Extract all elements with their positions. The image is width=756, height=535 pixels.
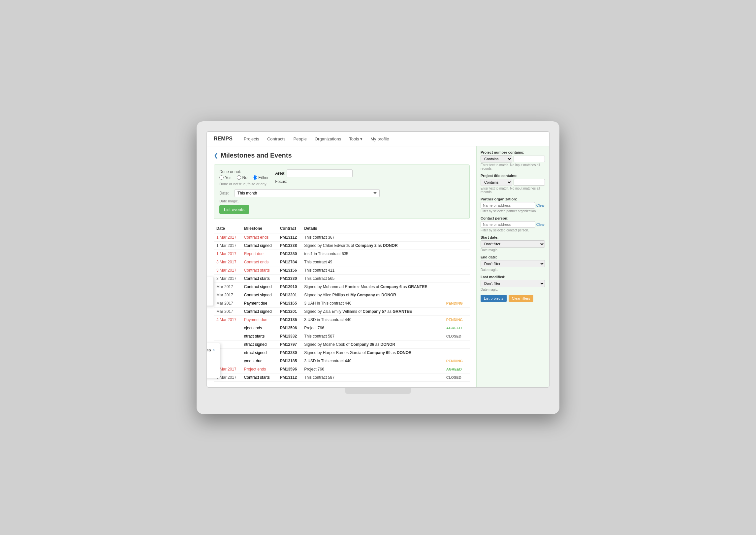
cell-contract[interactable]: PM12784: [277, 258, 301, 266]
list-projects-button[interactable]: List projects: [481, 295, 507, 302]
cell-contract[interactable]: PM12910: [277, 282, 301, 291]
contract-link[interactable]: PM13338: [280, 243, 297, 248]
contract-link[interactable]: PM13112: [280, 375, 297, 380]
cell-contract[interactable]: PM13201: [277, 307, 301, 315]
list-events-button[interactable]: List events: [219, 205, 249, 214]
list-item[interactable]: Organizations: [206, 361, 215, 366]
area-input[interactable]: [287, 169, 353, 177]
cell-status: [442, 282, 470, 291]
nav-projects[interactable]: Projects: [244, 135, 259, 143]
cell-contract[interactable]: PM13165: [277, 299, 301, 307]
list-item[interactable]: Draft projects: [206, 295, 209, 300]
partner-org-input[interactable]: [481, 202, 535, 209]
radio-yes-input[interactable]: [219, 175, 224, 180]
nav-contracts[interactable]: Contracts: [267, 135, 286, 143]
milestone-link[interactable]: Contract starts: [244, 268, 270, 273]
project-number-input[interactable]: [514, 156, 545, 162]
cell-contract[interactable]: PM13112: [277, 233, 301, 242]
list-item[interactable]: My Company: [206, 368, 215, 372]
project-number-select[interactable]: Contains: [481, 155, 512, 163]
project-number-note: Enter text to match. No input matches al…: [481, 163, 545, 170]
status-badge: PENDING: [444, 317, 465, 322]
date-select[interactable]: This month: [235, 189, 380, 197]
start-date-select[interactable]: Don't filter: [481, 240, 545, 248]
contract-link[interactable]: PM13330: [280, 276, 297, 281]
last-modified-label: Last modified:: [481, 275, 545, 279]
milestone-link[interactable]: Report due: [244, 252, 264, 256]
end-date-select[interactable]: Don't filter: [481, 260, 545, 267]
brand-logo: REMPS: [214, 136, 233, 142]
cell-contract[interactable]: PM13185: [277, 315, 301, 324]
cell-contract[interactable]: PM13596: [277, 324, 301, 332]
milestone-link[interactable]: Contract ends: [244, 235, 269, 240]
contract-link[interactable]: PM13201: [280, 293, 297, 297]
cell-status: PENDING: [442, 357, 470, 365]
contract-link[interactable]: PM13332: [280, 334, 297, 339]
contract-link[interactable]: PM12797: [280, 342, 297, 347]
cell-milestone[interactable]: Report due: [241, 250, 277, 258]
table-row: ntract startsPM13332This contract 587CLO…: [214, 332, 470, 340]
nav-people[interactable]: People: [294, 135, 307, 143]
end-date-label: End date:: [481, 255, 545, 259]
contract-link[interactable]: PM13380: [280, 252, 297, 256]
radio-either-input[interactable]: [253, 175, 257, 180]
cell-status: [442, 348, 470, 357]
milestone-link[interactable]: Payment due: [244, 317, 268, 322]
nav-tools[interactable]: Tools ▾: [349, 135, 362, 143]
contract-link[interactable]: PM13280: [280, 350, 297, 355]
contact-person-clear-button[interactable]: Clear: [536, 223, 545, 226]
cell-milestone[interactable]: Contract ends: [241, 233, 277, 242]
project-title-input[interactable]: [514, 179, 545, 186]
table-row: 3 Mar 2017Contract endsPM12784This contr…: [214, 258, 470, 266]
list-item[interactable]: People: [206, 355, 215, 360]
cell-contract[interactable]: PM13185: [277, 357, 301, 365]
contract-link[interactable]: PM13185: [280, 317, 297, 322]
last-modified-select[interactable]: Don't filter: [481, 280, 545, 287]
radio-no-input[interactable]: [237, 175, 241, 180]
cell-details: This contract 411: [301, 266, 442, 274]
contract-link[interactable]: PM13201: [280, 309, 297, 314]
contract-link[interactable]: PM13596: [280, 367, 297, 372]
cell-milestone[interactable]: Payment due: [241, 315, 277, 324]
radio-no[interactable]: No: [237, 175, 247, 180]
cell-date: 3 Mar 2017: [214, 266, 241, 274]
contract-link[interactable]: PM13185: [280, 359, 297, 363]
contract-link[interactable]: PM13156: [280, 268, 297, 273]
project-number-label: Project number contains:: [481, 150, 545, 154]
contract-link[interactable]: PM12910: [280, 284, 297, 289]
clear-filters-button[interactable]: Clear filters: [509, 295, 534, 302]
cell-contract[interactable]: PM13201: [277, 291, 301, 299]
cell-contract[interactable]: PM12797: [277, 340, 301, 348]
cell-contract[interactable]: PM13156: [277, 266, 301, 274]
contract-link[interactable]: PM13165: [280, 301, 297, 306]
contract-link[interactable]: PM13596: [280, 326, 297, 330]
cell-milestone[interactable]: Project ends: [241, 365, 277, 373]
contract-link[interactable]: PM12784: [280, 260, 297, 264]
area-label: Area:: [275, 171, 285, 176]
contact-person-input[interactable]: [481, 221, 535, 228]
cell-contract[interactable]: PM13338: [277, 241, 301, 250]
milestone-link[interactable]: Contract ends: [244, 260, 269, 264]
cell-details: This contract 587: [301, 373, 442, 381]
milestone-link[interactable]: Project ends: [244, 367, 266, 372]
contract-link[interactable]: PM13112: [280, 235, 297, 240]
radio-yes[interactable]: Yes: [219, 175, 232, 180]
nav-myprofile[interactable]: My profile: [370, 135, 389, 143]
list-item[interactable]: Current projects: [206, 289, 209, 294]
partner-org-label: Partner organization:: [481, 197, 545, 201]
cell-milestone[interactable]: Contract ends: [241, 258, 277, 266]
back-arrow-icon[interactable]: ❮: [214, 152, 218, 159]
nav-organizations[interactable]: Organizations: [315, 135, 341, 143]
table-row: yment duePM131853 USD in This contract 4…: [214, 357, 470, 365]
radio-either[interactable]: Either: [253, 175, 268, 180]
cell-milestone[interactable]: Contract starts: [241, 266, 277, 274]
cell-contract[interactable]: PM13330: [277, 274, 301, 282]
cell-contract[interactable]: PM13596: [277, 365, 301, 373]
cell-contract[interactable]: PM13332: [277, 332, 301, 340]
cell-contract[interactable]: PM13112: [277, 373, 301, 381]
cell-contract[interactable]: PM13380: [277, 250, 301, 258]
contact-person-label: Contact person:: [481, 216, 545, 220]
partner-org-clear-button[interactable]: Clear: [536, 203, 545, 207]
project-title-select[interactable]: Contains: [481, 179, 512, 186]
cell-contract[interactable]: PM13280: [277, 348, 301, 357]
